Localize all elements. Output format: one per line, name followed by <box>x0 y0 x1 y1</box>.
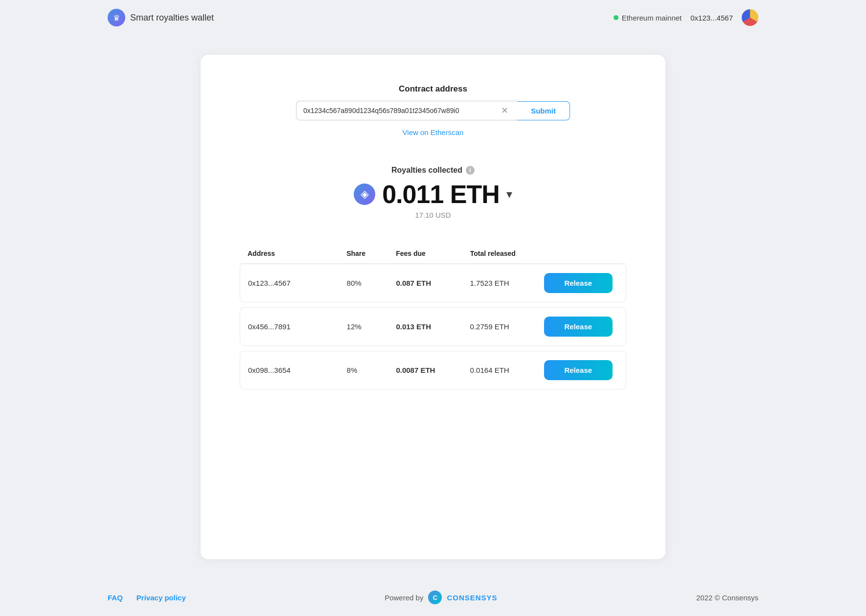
table-row: 0x098...3654 8% 0.0087 ETH 0.0164 ETH Re… <box>240 351 626 389</box>
consensys-label: CONSENSYS <box>447 593 497 602</box>
release-button-1[interactable]: Release <box>544 273 613 293</box>
header-right: Ethereum mainnet 0x123...4567 <box>614 9 758 26</box>
royalties-usd-value: 17.10 USD <box>415 211 451 219</box>
powered-by-label: Powered by <box>385 593 423 602</box>
row3-share: 8% <box>347 366 396 374</box>
col-total-released: Total released <box>470 250 545 257</box>
network-indicator: Ethereum mainnet <box>614 14 682 22</box>
logo-icon: ♛ <box>108 9 125 26</box>
row1-address: 0x123...4567 <box>248 279 347 287</box>
clear-input-button[interactable]: ✕ <box>499 106 510 115</box>
footer-links: FAQ Privacy policy <box>108 593 186 602</box>
table-row: 0x456...7891 12% 0.013 ETH 0.2759 ETH Re… <box>240 307 626 346</box>
consensys-logo-icon: C <box>428 591 442 604</box>
row3-total-released: 0.0164 ETH <box>470 366 544 374</box>
royalties-label: Royalties collected i <box>391 166 475 175</box>
row1-total-released: 1.7523 ETH <box>470 279 544 287</box>
table-row: 0x123...4567 80% 0.087 ETH 1.7523 ETH Re… <box>240 264 626 302</box>
info-icon: i <box>466 166 475 175</box>
network-dot-icon <box>614 15 618 20</box>
royalties-amount: 0.011 ETH <box>382 180 500 209</box>
header-left: ♛ Smart royalties wallet <box>108 9 214 26</box>
col-action <box>544 250 618 257</box>
faq-link[interactable]: FAQ <box>108 593 123 602</box>
eth-coin-icon: ◈ <box>354 183 375 205</box>
contract-section: Contract address ✕ Submit View on Ethers… <box>240 84 626 137</box>
row1-share: 80% <box>347 279 396 287</box>
row3-fees-due: 0.0087 ETH <box>396 366 470 374</box>
app-title: Smart royalties wallet <box>130 13 214 23</box>
col-address: Address <box>248 250 346 257</box>
royalties-section: Royalties collected i ◈ 0.011 ETH ▾ 17.1… <box>240 166 626 219</box>
wallet-address: 0x123...4567 <box>690 14 733 22</box>
col-share: Share <box>346 250 396 257</box>
row2-share: 12% <box>347 322 396 331</box>
release-button-3[interactable]: Release <box>544 360 613 380</box>
row2-address: 0x456...7891 <box>248 322 347 331</box>
row2-fees-due: 0.013 ETH <box>396 322 470 331</box>
footer-powered: Powered by C CONSENSYS <box>385 591 497 604</box>
contract-input-wrapper: ✕ <box>296 101 517 120</box>
etherscan-link[interactable]: View on Etherscan <box>403 128 464 137</box>
release-button-2[interactable]: Release <box>544 317 613 337</box>
table-section: Address Share Fees due Total released 0x… <box>240 244 626 389</box>
submit-button[interactable]: Submit <box>517 101 570 120</box>
currency-dropdown-button[interactable]: ▾ <box>506 187 512 201</box>
network-label: Ethereum mainnet <box>622 14 682 22</box>
main-wrapper: Contract address ✕ Submit View on Ethers… <box>0 35 866 579</box>
contract-input-row: ✕ Submit <box>296 101 570 120</box>
main-card: Contract address ✕ Submit View on Ethers… <box>201 55 665 559</box>
table-header: Address Share Fees due Total released <box>240 244 626 264</box>
header: ♛ Smart royalties wallet Ethereum mainne… <box>0 0 866 35</box>
avatar <box>742 9 758 26</box>
contract-address-input[interactable] <box>303 107 499 114</box>
royalties-amount-row: ◈ 0.011 ETH ▾ <box>354 180 512 209</box>
contract-label: Contract address <box>399 84 467 94</box>
row2-total-released: 0.2759 ETH <box>470 322 544 331</box>
row1-fees-due: 0.087 ETH <box>396 279 470 287</box>
col-fees-due: Fees due <box>396 250 470 257</box>
row3-address: 0x098...3654 <box>248 366 347 374</box>
privacy-policy-link[interactable]: Privacy policy <box>137 593 186 602</box>
copyright-text: 2022 © Consensys <box>696 593 758 602</box>
footer: FAQ Privacy policy Powered by C CONSENSY… <box>0 579 866 616</box>
